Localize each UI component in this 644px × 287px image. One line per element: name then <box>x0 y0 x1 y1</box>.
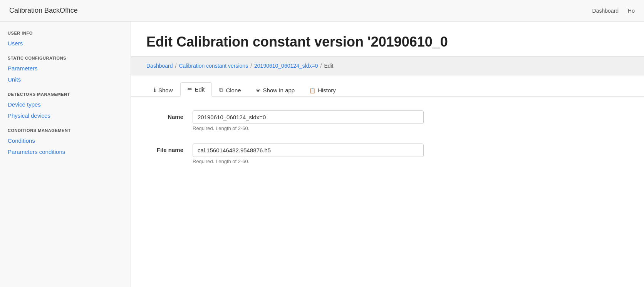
top-navigation: Calibration BackOffice Dashboard Ho <box>0 0 644 22</box>
tabs-bar: Show Edit Clone Show in app History <box>131 75 644 97</box>
page-header: Edit Calibration constant version '20190… <box>131 22 644 57</box>
sidebar-item-physical-devices[interactable]: Physical devices <box>8 111 123 120</box>
edit-icon <box>188 86 193 93</box>
filename-label: File name <box>146 144 193 153</box>
tab-edit[interactable]: Edit <box>180 82 212 97</box>
clone-icon <box>219 87 223 93</box>
sidebar-section-conditions: Conditions Management <box>8 128 123 133</box>
breadcrumb-sep-1: / <box>175 63 177 69</box>
topnav-links: Dashboard Ho <box>592 8 635 14</box>
sidebar: User Info Users Static Configurations Pa… <box>0 22 131 287</box>
topnav-dashboard-link[interactable]: Dashboard <box>592 8 619 14</box>
form-group-filename: File name Required. Length of 2-60. <box>146 144 629 164</box>
breadcrumb: Dashboard / Calibration constant version… <box>131 57 644 75</box>
sidebar-item-units[interactable]: Units <box>8 75 123 84</box>
name-input[interactable] <box>193 110 424 124</box>
breadcrumb-current: Edit <box>324 63 333 69</box>
sidebar-section-user-info: User Info <box>8 31 123 35</box>
eye-icon <box>256 87 261 93</box>
sidebar-item-parameters[interactable]: Parameters <box>8 63 123 73</box>
page-layout: User Info Users Static Configurations Pa… <box>0 22 644 287</box>
app-brand: Calibration BackOffice <box>9 7 78 15</box>
name-field-wrapper: Required. Length of 2-60. <box>193 110 424 131</box>
topnav-ho-link[interactable]: Ho <box>628 8 635 14</box>
breadcrumb-sep-2: / <box>250 63 252 69</box>
breadcrumb-dashboard[interactable]: Dashboard <box>146 63 173 69</box>
filename-input[interactable] <box>193 144 424 157</box>
breadcrumb-ccv[interactable]: Calibration constant versions <box>179 63 248 69</box>
sidebar-item-users[interactable]: Users <box>8 38 123 48</box>
filename-hint: Required. Length of 2-60. <box>193 159 424 164</box>
edit-form: Name Required. Length of 2-60. File name… <box>131 97 644 190</box>
history-icon <box>309 87 315 93</box>
sidebar-item-device-types[interactable]: Device types <box>8 100 123 109</box>
sidebar-section-static-config: Static Configurations <box>8 56 123 60</box>
filename-field-wrapper: Required. Length of 2-60. <box>193 144 424 164</box>
name-hint: Required. Length of 2-60. <box>193 125 424 131</box>
breadcrumb-sep-3: / <box>320 63 322 69</box>
tab-history[interactable]: History <box>302 83 343 97</box>
name-label: Name <box>146 110 193 120</box>
page-title: Edit Calibration constant version '20190… <box>146 34 629 50</box>
info-icon <box>154 87 156 93</box>
sidebar-item-conditions[interactable]: Conditions <box>8 136 123 145</box>
form-group-name: Name Required. Length of 2-60. <box>146 110 629 131</box>
breadcrumb-version-id[interactable]: 20190610_060124_sldx=0 <box>254 63 318 69</box>
tab-show-in-app[interactable]: Show in app <box>248 83 302 97</box>
tab-clone[interactable]: Clone <box>212 83 248 97</box>
main-content: Edit Calibration constant version '20190… <box>131 22 644 287</box>
sidebar-item-parameters-conditions[interactable]: Parameters conditions <box>8 147 123 157</box>
tab-show[interactable]: Show <box>146 83 180 97</box>
sidebar-section-detectors: Detectors Management <box>8 92 123 97</box>
